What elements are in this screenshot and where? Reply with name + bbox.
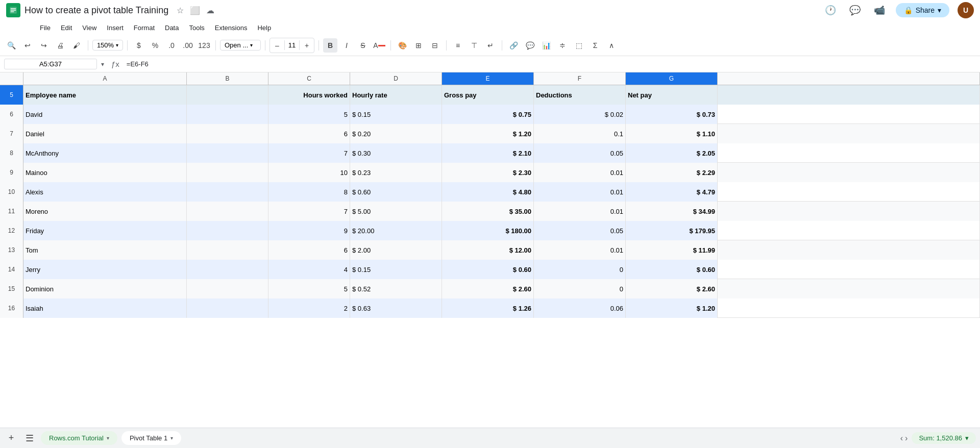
row-num-16[interactable]: 16	[0, 298, 23, 318]
cell-a8[interactable]: McAnthony	[23, 143, 187, 163]
cell-b9[interactable]	[187, 163, 268, 182]
cell-g12[interactable]: $ 179.95	[626, 221, 718, 240]
cell-g6[interactable]: $ 0.73	[626, 105, 718, 124]
cell-c10[interactable]: 8	[268, 182, 350, 202]
cell-d13[interactable]: $ 2.00	[350, 240, 442, 260]
sheet-tab-rows[interactable]: Rows.com Tutorial ▾	[41, 431, 117, 445]
col-header-e[interactable]: E	[442, 72, 534, 85]
sheet-tab-pivot[interactable]: Pivot Table 1 ▾	[121, 431, 181, 445]
cell-e16[interactable]: $ 1.26	[442, 298, 534, 318]
font-size-value[interactable]: 11	[284, 40, 300, 50]
cell-f8[interactable]: 0.05	[534, 143, 626, 163]
row-num-12[interactable]: 12	[0, 221, 23, 240]
cell-c14[interactable]: 4	[268, 260, 350, 279]
cell-e5[interactable]: Gross pay	[442, 85, 534, 105]
col-header-g[interactable]: G	[626, 72, 718, 85]
menu-insert[interactable]: Insert	[103, 22, 128, 33]
cell-f10[interactable]: 0.01	[534, 182, 626, 202]
row-num-10[interactable]: 10	[0, 182, 23, 202]
chart-button[interactable]: 📊	[539, 38, 553, 53]
cell-f14[interactable]: 0	[534, 260, 626, 279]
menu-view[interactable]: View	[78, 22, 101, 33]
cell-a15[interactable]: Dominion	[23, 279, 187, 298]
menu-help[interactable]: Help	[253, 22, 275, 33]
col-header-f[interactable]: F	[534, 72, 626, 85]
chat-icon[interactable]: 💬	[847, 2, 863, 18]
menu-edit[interactable]: Edit	[57, 22, 76, 33]
star-icon[interactable]: ☆	[177, 6, 184, 15]
row-num-14[interactable]: 14	[0, 260, 23, 279]
row-num-8[interactable]: 8	[0, 143, 23, 163]
cell-c6[interactable]: 5	[268, 105, 350, 124]
cell-a10[interactable]: Alexis	[23, 182, 187, 202]
sum-display[interactable]: Sum: 1,520.86 ▾	[912, 432, 976, 444]
cell-f7[interactable]: 0.1	[534, 124, 626, 143]
row-num-13[interactable]: 13	[0, 240, 23, 260]
col-header-b[interactable]: B	[187, 72, 268, 85]
cell-a7[interactable]: Daniel	[23, 124, 187, 143]
cell-d10[interactable]: $ 0.60	[350, 182, 442, 202]
scroll-right-icon[interactable]: ›	[905, 434, 908, 443]
row-num-15[interactable]: 15	[0, 279, 23, 298]
menu-extensions[interactable]: Extensions	[211, 22, 252, 33]
cell-g13[interactable]: $ 11.99	[626, 240, 718, 260]
cell-c13[interactable]: 6	[268, 240, 350, 260]
sheets-menu-button[interactable]: ☰	[22, 431, 37, 445]
cell-b11[interactable]	[187, 202, 268, 221]
paint-format-button[interactable]: 🖌	[69, 38, 84, 53]
cell-e11[interactable]: $ 35.00	[442, 202, 534, 221]
cell-a6[interactable]: David	[23, 105, 187, 124]
filter-button[interactable]: ≑	[555, 38, 570, 53]
cell-e13[interactable]: $ 12.00	[442, 240, 534, 260]
increase-decimal-button[interactable]: .00	[181, 38, 195, 53]
scroll-arrows[interactable]: ‹ ›	[900, 434, 908, 443]
decrease-decimal-button[interactable]: .0	[164, 38, 179, 53]
decrease-font-button[interactable]: –	[270, 38, 284, 53]
cell-reference-box[interactable]	[4, 59, 97, 69]
cell-d5[interactable]: Hourly rate	[350, 85, 442, 105]
font-family-dropdown[interactable]: Open ... ▾	[220, 40, 261, 51]
cell-c11[interactable]: 7	[268, 202, 350, 221]
cell-f15[interactable]: 0	[534, 279, 626, 298]
cell-c8[interactable]: 7	[268, 143, 350, 163]
cell-f11[interactable]: 0.01	[534, 202, 626, 221]
cell-a9[interactable]: Mainoo	[23, 163, 187, 182]
fill-color-button[interactable]: 🎨	[395, 38, 409, 53]
cell-d6[interactable]: $ 0.15	[350, 105, 442, 124]
cell-c12[interactable]: 9	[268, 221, 350, 240]
row-num-9[interactable]: 9	[0, 163, 23, 182]
cell-e10[interactable]: $ 4.80	[442, 182, 534, 202]
cell-a5[interactable]: Employee name	[23, 85, 187, 105]
cell-e14[interactable]: $ 0.60	[442, 260, 534, 279]
menu-format[interactable]: Format	[130, 22, 159, 33]
cell-d16[interactable]: $ 0.63	[350, 298, 442, 318]
avatar[interactable]: U	[958, 2, 974, 18]
cell-d14[interactable]: $ 0.15	[350, 260, 442, 279]
conditional-button[interactable]: ⬚	[572, 38, 586, 53]
cell-g16[interactable]: $ 1.20	[626, 298, 718, 318]
cell-b12[interactable]	[187, 221, 268, 240]
cell-b15[interactable]	[187, 279, 268, 298]
cell-c7[interactable]: 6	[268, 124, 350, 143]
collapse-toolbar-button[interactable]: ∧	[604, 38, 619, 53]
cell-b7[interactable]	[187, 124, 268, 143]
row-num-6[interactable]: 6	[0, 105, 23, 124]
cell-d12[interactable]: $ 20.00	[350, 221, 442, 240]
cell-b5[interactable]	[187, 85, 268, 105]
align-button[interactable]: ≡	[451, 38, 465, 53]
cell-d11[interactable]: $ 5.00	[350, 202, 442, 221]
borders-button[interactable]: ⊞	[411, 38, 426, 53]
cell-d9[interactable]: $ 0.23	[350, 163, 442, 182]
cell-g11[interactable]: $ 34.99	[626, 202, 718, 221]
col-header-c[interactable]: C	[268, 72, 350, 85]
cell-a16[interactable]: Isaiah	[23, 298, 187, 318]
cell-e12[interactable]: $ 180.00	[442, 221, 534, 240]
number-format-button[interactable]: 123	[197, 38, 211, 53]
percent-button[interactable]: %	[148, 38, 162, 53]
cell-f12[interactable]: 0.05	[534, 221, 626, 240]
video-icon[interactable]: 📹	[871, 2, 888, 18]
cell-e7[interactable]: $ 1.20	[442, 124, 534, 143]
cell-a11[interactable]: Moreno	[23, 202, 187, 221]
increase-font-button[interactable]: +	[300, 38, 314, 53]
cell-g9[interactable]: $ 2.29	[626, 163, 718, 182]
